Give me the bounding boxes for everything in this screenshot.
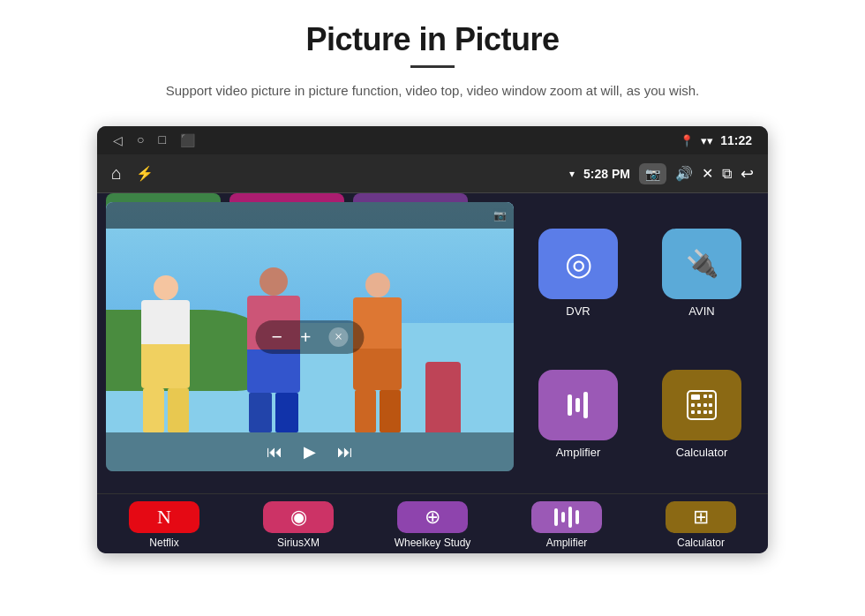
svg-rect-16 [561,512,565,522]
volume-icon[interactable]: 🔊 [675,165,693,182]
nav-buttons: ◁ ○ □ ⬛ [113,133,195,148]
page-title: Picture in Picture [166,21,699,58]
svg-rect-6 [709,394,712,398]
window-icon[interactable]: ⧉ [722,166,732,182]
bottom-app-calculator[interactable]: ⊞ Calculator [643,501,758,549]
netflix-bottom-icon: N [129,501,199,533]
amplifier-bottom-icon-sym [551,505,583,530]
amplifier-icon-box [538,370,618,440]
person-1 [141,275,190,432]
red-element [425,362,461,432]
amplifier-bottom-icon [531,501,602,533]
netflix-bottom-label: Netflix [149,537,178,549]
pip-header-controls: 📷 [106,202,514,229]
pip-camera-icon: 📷 [493,209,507,222]
camera-button[interactable]: 📷 [639,163,666,184]
svg-rect-1 [575,398,580,412]
app-item-dvr[interactable]: ◎ DVR [521,207,636,339]
app-toolbar: ⌂ ⚡ ▾ 5:28 PM 📷 🔊 ✕ ⧉ ↩ [97,154,768,193]
main-content-area: 📷 − + × ⏮ ▶ ⏭ [97,193,768,493]
toolbar-right: ▾ 5:28 PM 📷 🔊 ✕ ⧉ ↩ [569,163,754,184]
pip-video-overlay[interactable]: 📷 − + × ⏮ ▶ ⏭ [106,202,514,471]
amplifier-label: Amplifier [556,446,601,459]
back-icon[interactable]: ↩ [741,164,754,184]
status-time: 11:22 [720,133,752,147]
calculator-icon-sym: ⊞ [693,506,709,529]
bottom-app-amplifier[interactable]: Amplifier [509,501,624,549]
svg-rect-8 [697,403,701,407]
signal-icon: ▾▾ [701,134,713,147]
app-item-avin[interactable]: 🔌 AVIN [644,207,759,339]
calculator-bottom-label: Calculator [677,537,725,549]
svg-rect-5 [703,394,707,398]
svg-rect-0 [568,394,572,416]
toolbar-time: 5:28 PM [583,167,630,181]
calculator-icon-box [662,370,741,440]
android-status-bar: ◁ ○ □ ⬛ 📍 ▾▾ 11:22 [97,126,768,154]
wheelkey-bottom-label: Wheelkey Study [395,537,471,549]
wheelkey-bottom-icon: ⊕ [397,501,468,533]
pip-play-button[interactable]: ▶ [304,442,316,462]
usb-icon[interactable]: ⚡ [136,165,154,182]
avin-icon: 🔌 [686,248,718,279]
device-frame: ◁ ○ □ ⬛ 📍 ▾▾ 11:22 ⌂ ⚡ ▾ 5:28 PM 📷 🔊 [97,126,768,553]
pip-minus-button[interactable]: − [271,326,282,349]
toolbar-left: ⌂ ⚡ [111,163,154,184]
netflix-icon-sym: N [157,506,171,529]
calculator-bottom-icon: ⊞ [666,501,736,533]
pip-close-button[interactable]: × [329,327,349,347]
apps-grid: ◎ DVR 🔌 AVIN [512,193,768,493]
svg-rect-9 [703,403,707,407]
close-pip-icon[interactable]: ✕ [702,165,713,182]
recents-nav-icon[interactable]: □ [158,133,165,147]
dvr-icon: ◎ [565,245,592,282]
svg-rect-2 [583,392,588,418]
siriusxm-icon-sym: ◉ [290,506,307,529]
pip-next-button[interactable]: ⏭ [337,443,353,462]
wheelkey-icon-sym: ⊕ [425,506,440,529]
app-item-calculator[interactable]: Calculator [644,348,759,480]
title-section: Picture in Picture Support video picture… [166,21,699,101]
svg-rect-4 [691,394,700,400]
home-icon[interactable]: ⌂ [111,163,122,184]
wifi-status-icon: ▾ [569,168,575,180]
bottom-app-siriusxm[interactable]: ◉ SiriusXM [241,501,356,549]
calculator-label: Calculator [676,446,728,459]
bottom-app-bar: N Netflix ◉ SiriusXM ⊕ Wheelkey Study [97,493,768,553]
siriusxm-bottom-label: SiriusXM [277,537,320,549]
pip-plus-button[interactable]: + [300,326,312,349]
svg-rect-17 [568,507,572,528]
calculator-icon [682,386,721,424]
svg-rect-11 [691,410,695,414]
dvr-icon-box: ◎ [538,229,618,299]
svg-rect-13 [703,410,707,414]
app-item-amplifier[interactable]: Amplifier [521,348,636,480]
person-3 [353,273,402,432]
bottom-app-netflix[interactable]: N Netflix [107,501,222,549]
back-nav-icon[interactable]: ◁ [113,133,123,148]
amplifier-icon [560,387,596,423]
svg-rect-15 [554,508,558,526]
location-icon: 📍 [680,134,694,147]
pip-resize-controls: − + × [255,320,364,354]
svg-rect-10 [709,403,712,407]
home-nav-icon[interactable]: ○ [137,133,144,147]
pip-playback-controls: ⏮ ▶ ⏭ [106,432,514,471]
menu-nav-icon[interactable]: ⬛ [180,133,195,148]
title-underline [410,65,455,68]
bottom-app-wheelkey[interactable]: ⊕ Wheelkey Study [375,501,490,549]
amplifier-bottom-label: Amplifier [546,537,588,549]
page-wrapper: Picture in Picture Support video picture… [0,0,865,553]
svg-rect-14 [709,410,712,414]
status-icons: 📍 ▾▾ 11:22 [680,133,752,147]
svg-rect-12 [697,410,701,414]
svg-rect-7 [691,403,695,407]
page-subtitle: Support video picture in picture functio… [166,80,699,101]
dvr-label: DVR [566,304,590,318]
avin-icon-box: 🔌 [662,229,741,299]
svg-rect-18 [575,510,579,524]
siriusxm-bottom-icon: ◉ [263,501,334,533]
avin-label: AVIN [688,304,714,318]
pip-prev-button[interactable]: ⏮ [267,443,282,462]
